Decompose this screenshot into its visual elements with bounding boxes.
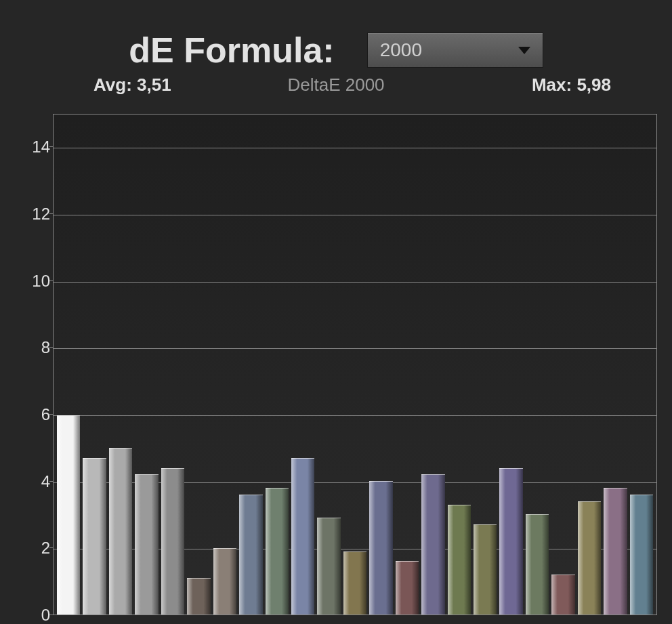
bar (291, 458, 314, 615)
chart-subtitle: DeltaE 2000 (287, 75, 384, 96)
bar (266, 488, 289, 615)
bar (57, 415, 80, 615)
bars-container (54, 115, 656, 615)
chart: 02468101214 (19, 114, 657, 615)
bar (630, 495, 653, 615)
bar (213, 548, 236, 615)
bar (526, 514, 549, 615)
bar (604, 488, 627, 615)
bar (474, 524, 497, 615)
bar (317, 518, 340, 615)
y-tick-label: 14 (19, 138, 50, 157)
bar (239, 495, 262, 615)
avg-label: Avg: 3,51 (93, 75, 171, 96)
bar (369, 481, 392, 615)
bar (499, 468, 522, 615)
y-tick-label: 10 (19, 272, 50, 291)
y-tick-label: 0 (19, 606, 50, 624)
bar (109, 448, 132, 615)
plot-area (53, 114, 657, 615)
page-title: dE Formula: (129, 30, 334, 70)
y-tick-label: 12 (19, 205, 50, 224)
bar (421, 474, 444, 615)
bar (448, 505, 471, 615)
y-tick-label: 2 (19, 539, 50, 558)
y-tick-label: 6 (19, 405, 50, 424)
chevron-down-icon (518, 47, 530, 54)
bar (83, 458, 106, 615)
bar (161, 468, 184, 615)
bar (135, 474, 158, 615)
bar (578, 501, 601, 615)
y-tick-label: 4 (19, 472, 50, 491)
max-label: Max: 5,98 (532, 75, 611, 96)
formula-dropdown-value: 2000 (380, 39, 518, 61)
bar (396, 561, 419, 615)
bar (551, 575, 574, 615)
formula-dropdown[interactable]: 2000 (367, 33, 543, 68)
y-tick-label: 8 (19, 338, 50, 357)
bar (187, 578, 210, 615)
bar (343, 552, 366, 615)
